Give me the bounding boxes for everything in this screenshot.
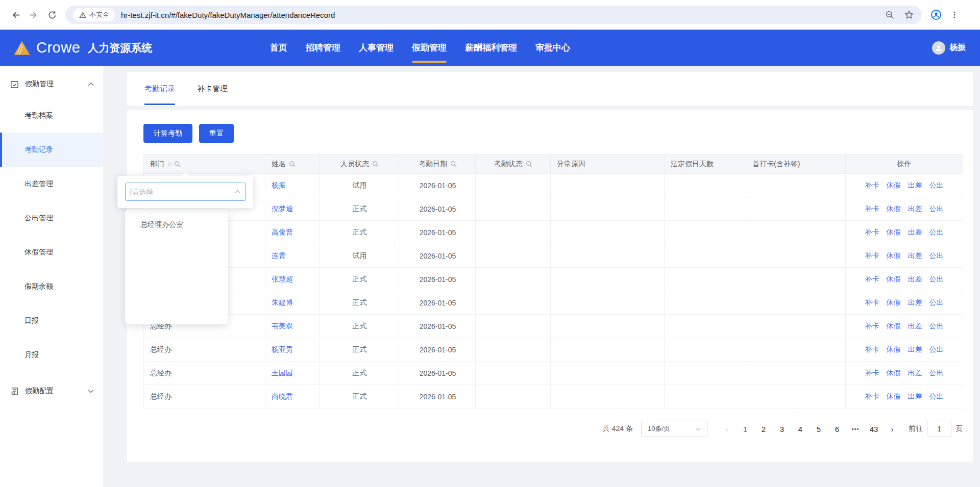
row-action-link[interactable]: 公出: [929, 228, 944, 236]
back-icon[interactable]: [6, 6, 24, 24]
page-number[interactable]: 1: [738, 425, 753, 433]
row-action-link[interactable]: 出差: [908, 181, 922, 189]
row-action-link[interactable]: 补卡: [865, 228, 879, 236]
row-action-link[interactable]: 公出: [929, 369, 944, 377]
sidebar-item[interactable]: 假期余额: [0, 269, 103, 303]
employee-name-link[interactable]: 王园园: [272, 369, 293, 377]
nav-item[interactable]: 招聘管理: [306, 30, 340, 66]
row-action-link[interactable]: 休假: [887, 345, 901, 353]
reload-icon[interactable]: [43, 6, 61, 24]
bookmark-star-icon[interactable]: [904, 10, 914, 19]
row-action-link[interactable]: 休假: [887, 275, 901, 283]
employee-name-link[interactable]: 韦美双: [272, 322, 293, 330]
row-action-link[interactable]: 补卡: [865, 251, 879, 260]
employee-name-link[interactable]: 张慧超: [272, 275, 293, 283]
row-action-link[interactable]: 补卡: [865, 275, 879, 283]
nav-item[interactable]: 薪酬福利管理: [465, 30, 517, 66]
employee-name-link[interactable]: 连青: [272, 251, 286, 260]
page-number[interactable]: 2: [756, 425, 771, 433]
goto-page-input[interactable]: [927, 421, 951, 437]
employee-name-link[interactable]: 商晓君: [272, 392, 293, 400]
row-action-link[interactable]: 公出: [929, 322, 944, 330]
next-page-button[interactable]: ›: [885, 425, 900, 433]
browser-menu-kebab-icon[interactable]: [945, 6, 964, 24]
row-action-link[interactable]: 出差: [908, 251, 922, 260]
sidebar-item[interactable]: 休假管理: [0, 235, 103, 269]
page-number[interactable]: 3: [774, 425, 790, 433]
dropdown-option[interactable]: 总经理办公室: [125, 216, 228, 233]
row-action-link[interactable]: 补卡: [865, 181, 879, 189]
row-action-link[interactable]: 休假: [887, 298, 901, 306]
page-number[interactable]: 43: [866, 425, 881, 433]
tab[interactable]: 考勤记录: [144, 72, 175, 106]
page-number[interactable]: 6: [829, 425, 845, 433]
sidebar-group-config[interactable]: 假勤配置: [0, 375, 103, 407]
prev-page-button[interactable]: ‹: [719, 425, 734, 433]
row-action-link[interactable]: 公出: [929, 392, 944, 400]
sidebar-item[interactable]: 考勤记录: [0, 133, 103, 167]
sort-icon[interactable]: ↓↑: [167, 161, 171, 168]
sidebar-item[interactable]: 月报: [0, 338, 103, 372]
row-action-link[interactable]: 休假: [887, 369, 901, 377]
sidebar-group-attendance[interactable]: 假勤管理: [0, 70, 103, 98]
employee-name-link[interactable]: 高俊普: [272, 228, 293, 236]
nav-item[interactable]: 人事管理: [359, 30, 394, 66]
user-menu[interactable]: 杨振: [932, 30, 966, 66]
search-filter-icon[interactable]: [372, 161, 379, 169]
row-action-link[interactable]: 出差: [908, 345, 922, 353]
sidebar-item[interactable]: 公出管理: [0, 201, 103, 235]
row-action-link[interactable]: 公出: [929, 181, 944, 189]
row-action-link[interactable]: 休假: [887, 181, 901, 189]
nav-item[interactable]: 假勤管理: [412, 30, 447, 66]
employee-name-link[interactable]: 杨振: [272, 181, 286, 189]
page-number[interactable]: 5: [811, 425, 826, 433]
row-action-link[interactable]: 休假: [887, 322, 901, 330]
page-size-select[interactable]: 10条/页: [641, 421, 707, 437]
address-bar[interactable]: 不安全 hr-test.zjf-it.cn/#/fakeDuty/fakeDut…: [65, 6, 922, 24]
row-action-link[interactable]: 公出: [929, 251, 944, 260]
nav-item[interactable]: 审批中心: [535, 30, 570, 66]
sidebar-item[interactable]: 考勤档案: [0, 98, 103, 133]
search-filter-icon[interactable]: [526, 161, 532, 169]
row-action-link[interactable]: 休假: [887, 392, 901, 400]
row-action-link[interactable]: 出差: [908, 228, 922, 236]
row-action-link[interactable]: 休假: [887, 204, 901, 213]
row-action-link[interactable]: 补卡: [865, 345, 879, 353]
row-action-link[interactable]: 休假: [887, 228, 901, 236]
row-action-link[interactable]: 出差: [908, 322, 922, 330]
row-action-link[interactable]: 出差: [908, 369, 922, 377]
search-filter-icon[interactable]: [450, 161, 457, 169]
row-action-link[interactable]: 补卡: [865, 392, 879, 400]
search-filter-icon[interactable]: [289, 161, 296, 169]
browser-profile-icon[interactable]: [927, 6, 945, 24]
row-action-link[interactable]: 补卡: [865, 298, 879, 306]
row-action-link[interactable]: 补卡: [865, 322, 879, 330]
row-action-link[interactable]: 公出: [929, 204, 944, 213]
row-action-link[interactable]: 休假: [887, 251, 901, 260]
department-select-input[interactable]: [132, 188, 234, 196]
employee-name-link[interactable]: 杨亚男: [272, 345, 293, 353]
row-action-link[interactable]: 出差: [908, 392, 922, 400]
sidebar-item[interactable]: 日报: [0, 303, 103, 338]
sidebar-item[interactable]: 出差管理: [0, 167, 103, 201]
row-action-link[interactable]: 补卡: [865, 369, 879, 377]
search-filter-icon[interactable]: [174, 161, 181, 169]
tab[interactable]: 补卡管理: [197, 72, 228, 106]
calculate-attendance-button[interactable]: 计算考勤: [143, 124, 192, 143]
row-action-link[interactable]: 公出: [929, 275, 944, 283]
department-select[interactable]: [125, 183, 246, 201]
more-pages-icon[interactable]: •••: [848, 426, 863, 432]
row-action-link[interactable]: 出差: [908, 204, 922, 213]
reset-button[interactable]: 重置: [199, 124, 234, 143]
row-action-link[interactable]: 出差: [908, 298, 922, 306]
page-number[interactable]: 4: [793, 425, 808, 433]
row-action-link[interactable]: 补卡: [865, 204, 879, 213]
employee-name-link[interactable]: 倪梦迪: [272, 204, 293, 213]
forward-icon[interactable]: [24, 6, 43, 24]
security-chip[interactable]: 不安全: [74, 8, 115, 21]
employee-name-link[interactable]: 朱建博: [272, 298, 293, 306]
zoom-out-icon[interactable]: [886, 11, 894, 19]
row-action-link[interactable]: 公出: [929, 345, 944, 353]
url-text[interactable]: hr-test.zjf-it.cn/#/fakeDuty/fakeDutyMan…: [121, 11, 879, 19]
row-action-link[interactable]: 公出: [929, 298, 944, 306]
